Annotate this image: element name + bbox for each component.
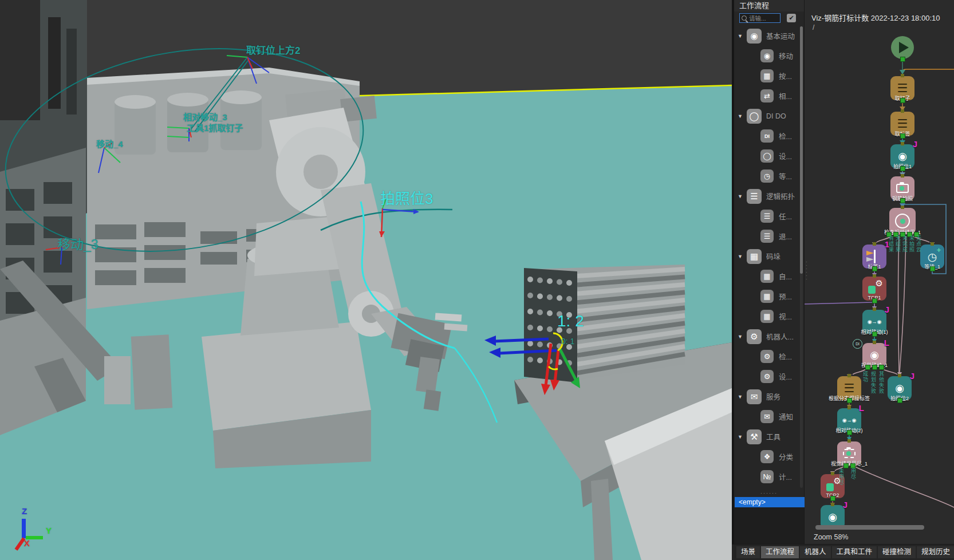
node-output-port[interactable] — [900, 133, 905, 139]
node-output-port[interactable] — [847, 398, 852, 403]
selected-workflow-item[interactable]: <empty> — [735, 497, 806, 507]
workflow-node-shi-jue-yi-dong-1[interactable]: ◉L — [862, 343, 886, 367]
node-output-port[interactable] — [850, 463, 856, 468]
node-output-port[interactable] — [897, 398, 902, 403]
3d-viewport[interactable]: 取钉位上方2相对移动_3工具1抓取钉子移动_4拍照位3移动_31: 20: 1Z… — [0, 0, 732, 560]
node-input-port[interactable] — [901, 206, 904, 209]
node-input-port[interactable] — [873, 242, 876, 246]
collapse-triangle-icon[interactable]: ▼ — [738, 254, 743, 259]
node-output-port[interactable] — [847, 430, 852, 435]
palette-item-通知[interactable]: ✉通知 — [734, 407, 804, 427]
search-input[interactable]: 请输... — [739, 13, 780, 23]
tab-碰撞检测[interactable]: 碰撞检测 — [878, 546, 916, 558]
node-output-port[interactable] — [843, 463, 849, 468]
workflow-node-deng-dai-1[interactable]: ◷ — [920, 244, 944, 269]
workflow-node-tcp-2[interactable] — [821, 474, 845, 498]
node-output-port[interactable] — [830, 496, 835, 501]
palette-item-自[interactable]: ▦自... — [734, 266, 804, 286]
node-output-port[interactable] — [907, 232, 912, 237]
palette-item-服务[interactable]: ▼✉服务 — [734, 387, 804, 407]
palette-item-退[interactable]: ☰退... — [734, 226, 804, 246]
node-output-port[interactable] — [872, 298, 877, 303]
palette-item-按[interactable]: ▦按... — [734, 66, 804, 86]
workflow-node-jian-cha-shi-jue-jie-guo-1[interactable] — [889, 208, 916, 234]
palette-item-设[interactable]: ◯设... — [734, 146, 804, 166]
workflow-node-qu-biao-qian[interactable]: ☰ — [890, 112, 914, 136]
workflow-node-xiang-dui-yi-dong-2[interactable]: ◉→◉L — [837, 408, 861, 432]
node-input-port[interactable] — [873, 274, 876, 278]
node-input-port[interactable] — [847, 406, 851, 409]
workflow-node-shi-jue-jie-guo-yong-jin-1[interactable] — [837, 441, 861, 466]
palette-item-计[interactable]: №计... — [734, 467, 804, 487]
node-output-port[interactable] — [900, 232, 905, 237]
palette-item-设[interactable]: ⚙设... — [734, 366, 804, 387]
workflow-node-biao-qian-1[interactable]: 1 — [862, 244, 886, 269]
palette-item-机器人[interactable]: ▼⚙机器人... — [734, 326, 804, 346]
node-input-port[interactable] — [873, 341, 876, 344]
node-input-port[interactable] — [898, 374, 901, 377]
palette-item-工具[interactable]: ▼⚒工具 — [734, 427, 804, 447]
palette-item-预[interactable]: ▦预... — [734, 286, 804, 306]
run-workflow-button[interactable] — [891, 36, 914, 59]
collapse-triangle-icon[interactable]: ▼ — [738, 33, 743, 39]
node-output-port[interactable] — [893, 232, 898, 237]
workflow-node-pai-zhao-wei-1[interactable]: ◉J — [890, 144, 914, 168]
workflow-node-pai-zhao-wei-2[interactable]: ◉J — [888, 376, 912, 400]
node-output-port[interactable] — [886, 232, 892, 237]
palette-item-基本运动[interactable]: ▼◉基本运动 — [734, 26, 804, 46]
tab-场景[interactable]: 场景 — [736, 546, 760, 558]
tab-规划历史[interactable]: 规划历史 — [917, 546, 954, 558]
node-output-port[interactable] — [900, 198, 905, 203]
node-output-port[interactable] — [900, 57, 905, 62]
graph-resize-handle[interactable]: · · · · · · — [806, 261, 807, 281]
collapse-triangle-icon[interactable]: ▼ — [738, 434, 743, 440]
node-output-port[interactable] — [872, 332, 877, 337]
workflow-node-qu-ding-zi[interactable]: ☰ — [890, 76, 914, 100]
node-output-port[interactable] — [930, 266, 935, 271]
node-output-port[interactable] — [900, 166, 905, 171]
collapse-triangle-icon[interactable]: ▼ — [738, 113, 743, 119]
palette-item-任[interactable]: ☰任... — [734, 206, 804, 226]
node-input-port[interactable] — [901, 142, 904, 145]
workflow-node-gang-jin-pai-zhao[interactable] — [890, 176, 914, 200]
palette-item-视[interactable]: ▦视... — [734, 306, 804, 326]
node-output-port[interactable] — [900, 98, 905, 103]
node-output-port[interactable] — [914, 232, 919, 237]
collapse-triangle-icon[interactable]: ▼ — [738, 394, 743, 400]
palette-item-检[interactable]: DI检... — [734, 126, 804, 146]
collapse-triangle-icon[interactable]: ▼ — [738, 194, 743, 199]
palette-item-码垛[interactable]: ▼▦码垛 — [734, 246, 804, 266]
tab-机器人[interactable]: 机器人 — [800, 546, 831, 558]
node-input-port[interactable] — [831, 503, 834, 506]
workflow-node-gen-ju-fen-zhi-han-jie-biao-qian[interactable]: ☰ — [837, 376, 861, 400]
graph-horizontal-scrollbar[interactable] — [815, 525, 924, 530]
palette-item-相[interactable]: ⇄相... — [734, 86, 804, 106]
palette-resize-handle[interactable]: ······ — [734, 490, 804, 496]
palette-item-逻辑拓扑[interactable]: ▼☰逻辑拓扑 — [734, 186, 804, 206]
node-input-port[interactable] — [873, 307, 876, 311]
filter-checkbox[interactable]: ✔ — [787, 14, 796, 22]
palette-item-DI DO[interactable]: ▼◯DI DO — [734, 106, 804, 126]
node-input-port[interactable] — [847, 374, 851, 377]
collapse-triangle-icon[interactable]: ▼ — [738, 334, 743, 340]
node-input-port[interactable] — [901, 174, 904, 178]
node-input-port[interactable] — [931, 242, 934, 246]
palette-item-等[interactable]: ◷等... — [734, 166, 804, 186]
node-input-port[interactable] — [847, 439, 851, 443]
node-input-port[interactable] — [901, 74, 904, 77]
palette-item-检[interactable]: ⚙检... — [734, 346, 804, 366]
tab-工作流程[interactable]: 工作流程 — [761, 546, 799, 558]
node-output-port[interactable] — [872, 266, 877, 271]
node-output-port[interactable] — [879, 365, 884, 370]
node-input-port[interactable] — [831, 472, 834, 475]
node-output-port[interactable] — [872, 365, 877, 370]
workflow-node-xiang-dui-yi-dong-1[interactable]: ◉→◉J — [862, 310, 886, 334]
palette-item-分类[interactable]: ❖分类 — [734, 447, 804, 467]
palette-item-移动[interactable]: ◉移动 — [734, 46, 804, 66]
workflow-canvas[interactable]: ☰取钉子☰取标签◉J拍照位1钢筋拍照检查视觉结果_11标签1◷等待_1TCP1◉… — [805, 0, 954, 531]
node-input-port[interactable] — [901, 109, 904, 113]
node-output-port[interactable] — [865, 365, 870, 370]
workflow-node-tcp-1[interactable] — [862, 277, 886, 301]
palette-scrollbar[interactable] — [800, 26, 803, 488]
tab-工具和工件[interactable]: 工具和工件 — [832, 546, 877, 558]
